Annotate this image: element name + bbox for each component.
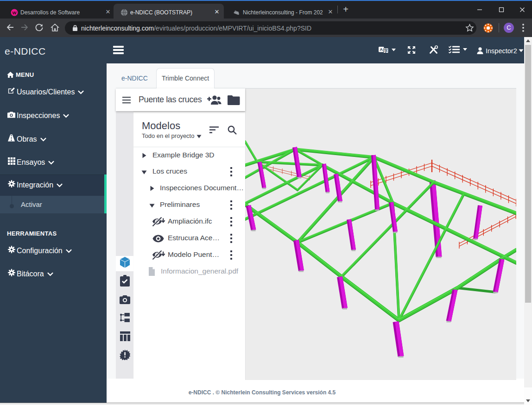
svg-text:字: 字 <box>383 49 388 53</box>
svg-text:A: A <box>380 47 383 52</box>
svg-text:W: W <box>13 10 17 15</box>
